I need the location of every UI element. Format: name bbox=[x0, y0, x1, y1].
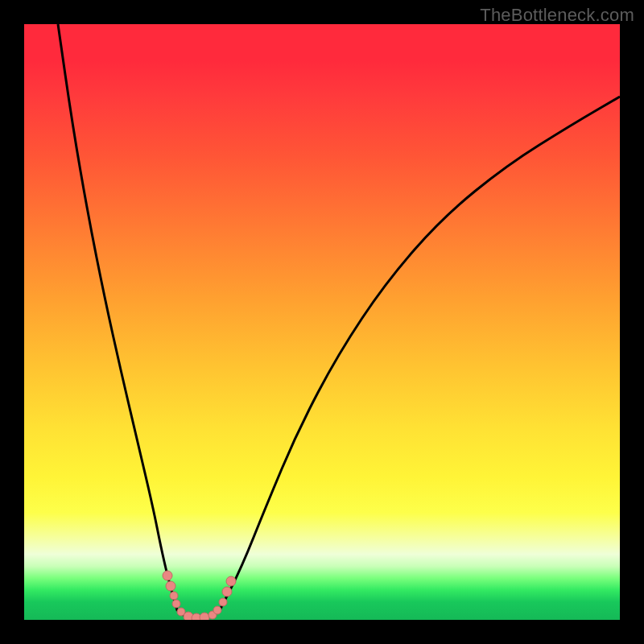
watermark-text: TheBottleneck.com bbox=[480, 5, 634, 26]
plot-area bbox=[24, 24, 620, 620]
valley-marker bbox=[219, 598, 227, 606]
valley-markers bbox=[163, 571, 236, 620]
valley-marker bbox=[166, 581, 175, 591]
curve-layer bbox=[24, 24, 620, 620]
valley-marker bbox=[226, 576, 236, 586]
bottleneck-curve bbox=[58, 24, 620, 618]
valley-marker bbox=[213, 606, 221, 614]
valley-marker bbox=[172, 600, 180, 608]
chart-frame: TheBottleneck.com bbox=[0, 0, 644, 644]
valley-marker bbox=[222, 587, 232, 597]
valley-marker bbox=[170, 592, 178, 600]
valley-marker bbox=[163, 571, 172, 580]
valley-marker bbox=[200, 613, 209, 620]
